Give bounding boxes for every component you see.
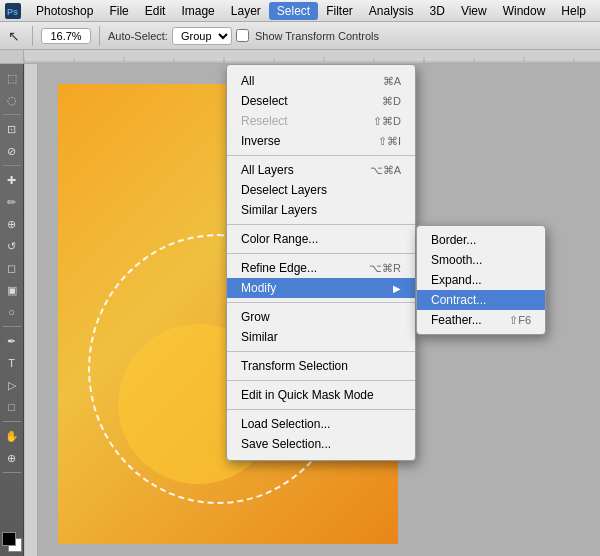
lasso-tool-icon[interactable]: ◌ — [2, 90, 22, 110]
menu-edit[interactable]: Edit — [137, 2, 174, 20]
menu-item-deselect[interactable]: Deselect ⌘D — [227, 91, 415, 111]
menu-item-similar-layers[interactable]: Similar Layers — [227, 200, 415, 220]
dodge-tool-icon[interactable]: ○ — [2, 302, 22, 322]
canvas-area: All ⌘A Deselect ⌘D Reselect ⇧⌘D Inverse … — [38, 64, 600, 556]
svg-text:Ps: Ps — [7, 7, 18, 17]
menu-select[interactable]: Select — [269, 2, 318, 20]
autoselect-dropdown[interactable]: Group Layer — [172, 27, 232, 45]
menu-section-5: Grow Similar — [227, 305, 415, 349]
menu-bar: Ps Photoshop File Edit Image Layer Selec… — [0, 0, 600, 22]
tool-separator-3 — [3, 326, 21, 327]
menu-item-all[interactable]: All ⌘A — [227, 71, 415, 91]
menu-item-quick-mask[interactable]: Edit in Quick Mask Mode — [227, 385, 415, 405]
menu-item-save-selection[interactable]: Save Selection... — [227, 434, 415, 454]
eraser-tool-icon[interactable]: ◻ — [2, 258, 22, 278]
shape-tool-icon[interactable]: □ — [2, 397, 22, 417]
menu-help[interactable]: Help — [553, 2, 594, 20]
modify-submenu[interactable]: Border... Smooth... Expand... Contract..… — [416, 225, 546, 335]
submenu-item-feather[interactable]: Feather... ⇧F6 — [417, 310, 545, 330]
menu-section-1: All ⌘A Deselect ⌘D Reselect ⇧⌘D Inverse … — [227, 69, 415, 153]
app-logo: Ps — [4, 2, 22, 20]
select-dropdown-menu[interactable]: All ⌘A Deselect ⌘D Reselect ⇧⌘D Inverse … — [226, 64, 416, 461]
zoom-level[interactable]: 16.7% — [41, 28, 91, 44]
menu-item-reselect: Reselect ⇧⌘D — [227, 111, 415, 131]
menu-item-load-selection[interactable]: Load Selection... — [227, 414, 415, 434]
selection-tool-icon[interactable]: ⬚ — [2, 68, 22, 88]
menu-section-7: Edit in Quick Mask Mode — [227, 383, 415, 407]
menu-section-6: Transform Selection — [227, 354, 415, 378]
ruler-corner — [0, 50, 24, 64]
tool-separator-2 — [3, 165, 21, 166]
menu-divider-2 — [227, 224, 415, 225]
menu-analysis[interactable]: Analysis — [361, 2, 422, 20]
menu-view[interactable]: View — [453, 2, 495, 20]
hand-tool-icon[interactable]: ✋ — [2, 426, 22, 446]
toolbox: ⬚ ◌ ⊡ ⊘ ✚ ✏ ⊕ ↺ ◻ ▣ ○ ✒ T ▷ □ ✋ ⊕ — [0, 64, 24, 556]
submenu-item-smooth[interactable]: Smooth... — [417, 250, 545, 270]
menu-item-all-layers[interactable]: All Layers ⌥⌘A — [227, 160, 415, 180]
menu-3d[interactable]: 3D — [422, 2, 453, 20]
toolbar-separator-1 — [32, 26, 33, 46]
show-transform-label: Show Transform Controls — [255, 30, 379, 42]
menu-item-inverse[interactable]: Inverse ⇧⌘I — [227, 131, 415, 151]
ruler-horizontal — [0, 50, 600, 64]
menu-section-8: Load Selection... Save Selection... — [227, 412, 415, 456]
menu-photoshop[interactable]: Photoshop — [28, 2, 101, 20]
menu-item-modify[interactable]: Modify ▶ — [227, 278, 415, 298]
tool-separator-4 — [3, 421, 21, 422]
menu-item-grow[interactable]: Grow — [227, 307, 415, 327]
show-transform-checkbox[interactable] — [236, 29, 249, 42]
submenu-item-contract[interactable]: Contract... — [417, 290, 545, 310]
path-tool-icon[interactable]: ▷ — [2, 375, 22, 395]
submenu-item-border[interactable]: Border... — [417, 230, 545, 250]
menu-divider-3 — [227, 253, 415, 254]
crop-tool-icon[interactable]: ⊡ — [2, 119, 22, 139]
arrow-tool[interactable]: ↖ — [4, 26, 24, 46]
menu-divider-5 — [227, 351, 415, 352]
menu-divider-1 — [227, 155, 415, 156]
zoom-tool-icon[interactable]: ⊕ — [2, 448, 22, 468]
menu-item-transform-selection[interactable]: Transform Selection — [227, 356, 415, 376]
menu-divider-7 — [227, 409, 415, 410]
main-area: ⬚ ◌ ⊡ ⊘ ✚ ✏ ⊕ ↺ ◻ ▣ ○ ✒ T ▷ □ ✋ ⊕ — [0, 64, 600, 556]
menu-item-refine-edge[interactable]: Refine Edge... ⌥⌘R — [227, 258, 415, 278]
autoselect-label: Auto-Select: — [108, 30, 168, 42]
menu-section-4: Refine Edge... ⌥⌘R Modify ▶ — [227, 256, 415, 300]
menu-file[interactable]: File — [101, 2, 136, 20]
submenu-item-expand[interactable]: Expand... — [417, 270, 545, 290]
brush-tool-icon[interactable]: ✏ — [2, 192, 22, 212]
toolbar-separator-2 — [99, 26, 100, 46]
text-tool-icon[interactable]: T — [2, 353, 22, 373]
menu-divider-4 — [227, 302, 415, 303]
menu-divider-6 — [227, 380, 415, 381]
menu-item-similar[interactable]: Similar — [227, 327, 415, 347]
pen-tool-icon[interactable]: ✒ — [2, 331, 22, 351]
tool-separator-1 — [3, 114, 21, 115]
menu-section-3: Color Range... — [227, 227, 415, 251]
clone-tool-icon[interactable]: ⊕ — [2, 214, 22, 234]
healing-tool-icon[interactable]: ✚ — [2, 170, 22, 190]
gradient-tool-icon[interactable]: ▣ — [2, 280, 22, 300]
foreground-color-swatch[interactable] — [2, 532, 16, 546]
history-tool-icon[interactable]: ↺ — [2, 236, 22, 256]
color-swatch-area — [2, 532, 22, 552]
menu-image[interactable]: Image — [173, 2, 222, 20]
eyedropper-tool-icon[interactable]: ⊘ — [2, 141, 22, 161]
toolbar: ↖ 16.7% Auto-Select: Group Layer Show Tr… — [0, 22, 600, 50]
color-squares[interactable] — [2, 532, 22, 552]
menu-item-color-range[interactable]: Color Range... — [227, 229, 415, 249]
menu-layer[interactable]: Layer — [223, 2, 269, 20]
menu-section-2: All Layers ⌥⌘A Deselect Layers Similar L… — [227, 158, 415, 222]
menu-filter[interactable]: Filter — [318, 2, 361, 20]
menu-item-deselect-layers[interactable]: Deselect Layers — [227, 180, 415, 200]
tool-separator-5 — [3, 472, 21, 473]
menu-window[interactable]: Window — [495, 2, 554, 20]
